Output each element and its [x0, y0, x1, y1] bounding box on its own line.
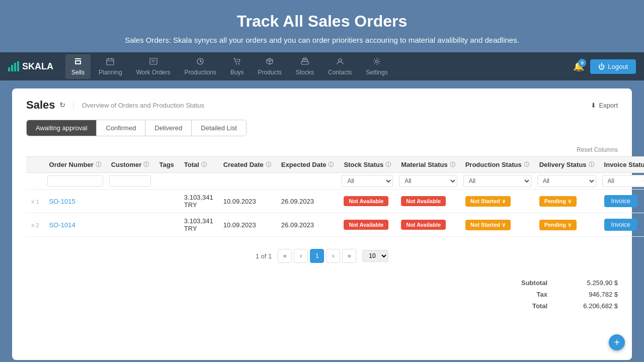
nav-contacts-label: Contacts	[328, 69, 352, 76]
filter-created-date	[218, 173, 276, 190]
brand-name: SKALA	[22, 61, 53, 72]
tags-2	[154, 213, 179, 237]
filter-empty-1	[26, 173, 44, 190]
tab-awaiting-approval[interactable]: Awaiting approval	[27, 120, 97, 136]
nav-products[interactable]: Products	[252, 54, 288, 79]
navbar: SKALA Sells Planning Work Orders	[0, 52, 644, 80]
nav-planning[interactable]: Planning	[93, 54, 128, 79]
table-header-row: Order Numberⓘ Customerⓘ Tags Totalⓘ Crea…	[26, 157, 644, 173]
export-button[interactable]: ⬇ Export	[591, 102, 618, 109]
col-row-num	[26, 157, 44, 173]
delivery-status-badge-2[interactable]: Pending ∨	[539, 220, 577, 230]
order-summary: Subtotal 5.259,90 $ Tax 946,782 $ Total …	[26, 279, 618, 310]
svg-point-7	[236, 63, 237, 64]
page-1-button[interactable]: 1	[310, 249, 324, 263]
nav-work-orders[interactable]: Work Orders	[130, 54, 177, 79]
buys-icon	[233, 57, 241, 67]
nav-settings[interactable]: Settings	[360, 54, 393, 79]
tab-delivered[interactable]: Delivered	[145, 120, 192, 136]
add-row-button[interactable]: +	[609, 334, 625, 350]
nav-sells[interactable]: Sells	[65, 54, 91, 79]
production-status-badge-1[interactable]: Not Started ∨	[465, 196, 511, 207]
order-link-2[interactable]: SO-1014	[49, 221, 75, 229]
last-page-button[interactable]: »	[342, 249, 356, 263]
col-tags: Tags	[154, 157, 179, 173]
logout-button[interactable]: ⏻ Logout	[590, 59, 636, 74]
nav-right: 🔔 0 ⏻ Logout	[573, 59, 636, 74]
svg-point-12	[339, 59, 342, 62]
row-handle-1: ≡ 1	[26, 190, 44, 213]
stock-status-2: Not Available	[339, 213, 396, 237]
invoice-status-2: Invoice	[599, 213, 644, 237]
created-date-1: 10.09.2023	[218, 190, 276, 213]
orders-table: Order Numberⓘ Customerⓘ Tags Totalⓘ Crea…	[26, 156, 644, 237]
tab-confirmed[interactable]: Confirmed	[97, 120, 145, 136]
first-page-button[interactable]: «	[278, 249, 292, 263]
delivery-status-badge-1[interactable]: Pending ∨	[539, 196, 577, 207]
invoice-button-1[interactable]: Invoice	[604, 195, 637, 207]
nav-buys[interactable]: Buys	[224, 54, 250, 79]
nav-stocks[interactable]: Stocks	[290, 54, 320, 79]
subtotal-value: 5.259,90 $	[568, 279, 618, 287]
col-created-date: Created Dateⓘ	[218, 157, 276, 173]
delivery-status-1: Pending ∨	[534, 190, 599, 213]
refresh-icon[interactable]: ↻	[59, 101, 65, 109]
planning-icon	[106, 57, 114, 67]
delivery-status-filter[interactable]: All	[537, 175, 596, 187]
col-material-status: Material Statusⓘ	[396, 157, 460, 173]
filter-material: All	[396, 173, 460, 190]
svg-rect-0	[8, 67, 10, 71]
col-customer: Customerⓘ	[106, 157, 154, 173]
material-status-filter[interactable]: All	[399, 175, 457, 187]
tags-1	[154, 190, 179, 213]
order-link-1[interactable]: SO-1015	[49, 198, 75, 205]
customer-2	[106, 213, 154, 237]
customer-1	[106, 190, 154, 213]
total-label: Total	[532, 302, 547, 310]
notification-button[interactable]: 🔔 0	[573, 61, 584, 72]
production-status-2: Not Started ∨	[460, 213, 534, 237]
productions-icon	[196, 57, 204, 67]
col-production-status: Production Statusⓘ	[460, 157, 534, 173]
total-2: 3.103,341 TRY	[179, 213, 218, 237]
material-status-info-icon: ⓘ	[450, 161, 455, 168]
subtotal-label: Subtotal	[521, 279, 547, 287]
production-status-filter[interactable]: All	[463, 175, 531, 187]
table-row: ≡ 1 SO-1015 3.103,341 TRY 10.09.2023 26.…	[26, 190, 644, 213]
main-content: Sales ↻ Overview of Orders and Productio…	[12, 88, 632, 360]
filter-customer	[106, 173, 154, 190]
page-header: Sales ↻ Overview of Orders and Productio…	[26, 99, 618, 112]
nav-productions[interactable]: Productions	[179, 54, 222, 79]
nav-contacts[interactable]: Contacts	[322, 54, 358, 79]
nav-buys-label: Buys	[230, 69, 244, 76]
nav-sells-label: Sells	[71, 69, 85, 76]
subtotal-row: Subtotal 5.259,90 $	[26, 279, 618, 287]
settings-icon	[373, 57, 381, 67]
next-page-button[interactable]: ›	[326, 249, 340, 263]
stock-status-filter[interactable]: All	[342, 175, 393, 187]
filter-stock: All	[339, 173, 396, 190]
tab-detailed-list[interactable]: Detailed List	[192, 120, 246, 136]
filter-invoice: All	[599, 173, 644, 190]
invoice-status-filter[interactable]: All	[602, 175, 644, 187]
order-number-filter-input[interactable]	[47, 175, 103, 187]
reset-columns-button[interactable]: Reset Columns	[26, 146, 618, 153]
production-status-badge-2[interactable]: Not Started ∨	[465, 220, 511, 230]
svg-rect-3	[17, 61, 19, 71]
row-handle-2: ≡ 2	[26, 213, 44, 237]
hero-subtitle: Sales Orders: Skala synycs all your orde…	[20, 36, 624, 44]
invoice-button-2[interactable]: Invoice	[604, 219, 637, 231]
prev-page-button[interactable]: ‹	[294, 249, 308, 263]
per-page-select[interactable]: 10 25 50	[362, 250, 388, 262]
pagination-info: 1 of 1	[256, 252, 272, 260]
delivery-status-info-icon: ⓘ	[589, 161, 594, 168]
stock-status-badge-1: Not Available	[344, 196, 388, 206]
table-filter-row: All All All Al	[26, 173, 644, 190]
total-info-icon: ⓘ	[201, 161, 207, 168]
nav-items: Sells Planning Work Orders Productions	[65, 54, 573, 79]
expected-date-2: 26.09.2023	[276, 213, 339, 237]
filter-expected-date	[276, 173, 339, 190]
nav-planning-label: Planning	[99, 69, 122, 76]
svg-rect-2	[14, 63, 16, 71]
customer-filter-input[interactable]	[109, 175, 151, 187]
